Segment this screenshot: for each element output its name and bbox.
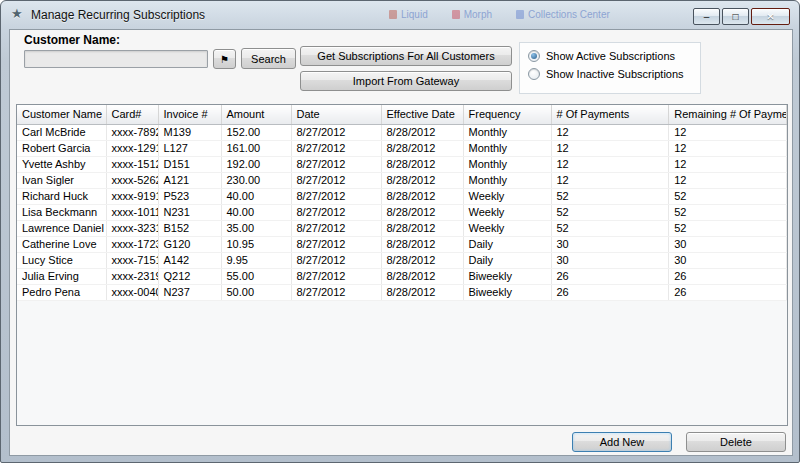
cell-remaining-payments[interactable]: 30	[669, 236, 787, 252]
cell-date[interactable]: 8/27/2012	[291, 204, 381, 220]
cell-amount[interactable]: 161.00	[221, 140, 291, 156]
cell-card-number[interactable]: xxxx-1512	[106, 156, 158, 172]
table-row[interactable]: Lawrence Daniel xxxx-3231 B152 35.00 8/2…	[17, 220, 787, 236]
cell-effective-date[interactable]: 8/28/2012	[381, 284, 463, 300]
cell-payments[interactable]: 12	[551, 140, 669, 156]
cell-date[interactable]: 8/27/2012	[291, 252, 381, 268]
cell-invoice[interactable]: N231	[158, 204, 221, 220]
cell-card-number[interactable]: xxxx-7892	[106, 124, 158, 140]
cell-frequency[interactable]: Monthly	[463, 172, 551, 188]
cell-customer-name[interactable]: Pedro Pena	[17, 284, 106, 300]
cell-effective-date[interactable]: 8/28/2012	[381, 156, 463, 172]
maximize-button[interactable]: □	[722, 8, 749, 25]
table-row[interactable]: Lucy Stice xxxx-7151 A142 9.95 8/27/2012…	[17, 252, 787, 268]
cell-date[interactable]: 8/27/2012	[291, 268, 381, 284]
table-row[interactable]: Carl McBride xxxx-7892 M139 152.00 8/27/…	[17, 124, 787, 140]
cell-payments[interactable]: 52	[551, 204, 669, 220]
cell-amount[interactable]: 35.00	[221, 220, 291, 236]
cell-customer-name[interactable]: Julia Erving	[17, 268, 106, 284]
titlebar[interactable]: ★ Manage Recurring Subscriptions Liquid …	[1, 1, 799, 29]
cell-amount[interactable]: 50.00	[221, 284, 291, 300]
get-all-subscriptions-button[interactable]: Get Subscriptions For All Customers	[300, 46, 512, 66]
cell-card-number[interactable]: xxxx-3231	[106, 220, 158, 236]
column-header[interactable]: # Of Payments	[551, 105, 669, 124]
cell-payments[interactable]: 12	[551, 156, 669, 172]
cell-amount[interactable]: 40.00	[221, 188, 291, 204]
cell-remaining-payments[interactable]: 30	[669, 252, 787, 268]
cell-frequency[interactable]: Biweekly	[463, 284, 551, 300]
column-header[interactable]: Card#	[106, 105, 158, 124]
cell-remaining-payments[interactable]: 26	[669, 284, 787, 300]
column-header[interactable]: Amount	[221, 105, 291, 124]
cell-frequency[interactable]: Biweekly	[463, 268, 551, 284]
search-button[interactable]: Search	[241, 48, 296, 69]
cell-date[interactable]: 8/27/2012	[291, 172, 381, 188]
cell-amount[interactable]: 10.95	[221, 236, 291, 252]
cell-invoice[interactable]: B152	[158, 220, 221, 236]
cell-frequency[interactable]: Weekly	[463, 220, 551, 236]
cell-payments[interactable]: 52	[551, 220, 669, 236]
cell-payments[interactable]: 30	[551, 252, 669, 268]
cell-card-number[interactable]: xxxx-2319	[106, 268, 158, 284]
delete-button[interactable]: Delete	[686, 432, 786, 452]
cell-card-number[interactable]: xxxx-9191	[106, 188, 158, 204]
cell-amount[interactable]: 55.00	[221, 268, 291, 284]
cell-amount[interactable]: 40.00	[221, 204, 291, 220]
close-button[interactable]: ✕	[751, 8, 790, 25]
cell-payments[interactable]: 26	[551, 268, 669, 284]
cell-customer-name[interactable]: Robert Garcia	[17, 140, 106, 156]
cell-remaining-payments[interactable]: 12	[669, 140, 787, 156]
cell-remaining-payments[interactable]: 52	[669, 204, 787, 220]
column-header[interactable]: Effective Date	[381, 105, 463, 124]
cell-effective-date[interactable]: 8/28/2012	[381, 124, 463, 140]
cell-remaining-payments[interactable]: 52	[669, 188, 787, 204]
cell-payments[interactable]: 12	[551, 124, 669, 140]
cell-customer-name[interactable]: Lucy Stice	[17, 252, 106, 268]
cell-invoice[interactable]: N237	[158, 284, 221, 300]
cell-card-number[interactable]: xxxx-1291	[106, 140, 158, 156]
radio-show-active[interactable]: Show Active Subscriptions	[528, 50, 692, 62]
add-new-button[interactable]: Add New	[572, 432, 672, 452]
cell-remaining-payments[interactable]: 12	[669, 124, 787, 140]
cell-customer-name[interactable]: Ivan Sigler	[17, 172, 106, 188]
cell-payments[interactable]: 30	[551, 236, 669, 252]
cell-remaining-payments[interactable]: 52	[669, 220, 787, 236]
table-row[interactable]: Yvette Ashby xxxx-1512 D151 192.00 8/27/…	[17, 156, 787, 172]
import-from-gateway-button[interactable]: Import From Gateway	[300, 71, 512, 91]
cell-card-number[interactable]: xxxx-1723	[106, 236, 158, 252]
cell-effective-date[interactable]: 8/28/2012	[381, 140, 463, 156]
cell-amount[interactable]: 9.95	[221, 252, 291, 268]
table-row[interactable]: Pedro Pena xxxx-0040 N237 50.00 8/27/201…	[17, 284, 787, 300]
cell-invoice[interactable]: Q212	[158, 268, 221, 284]
radio-show-inactive[interactable]: Show Inactive Subscriptions	[528, 68, 692, 80]
cell-remaining-payments[interactable]: 12	[669, 156, 787, 172]
cell-customer-name[interactable]: Richard Huck	[17, 188, 106, 204]
cell-invoice[interactable]: A142	[158, 252, 221, 268]
cell-customer-name[interactable]: Yvette Ashby	[17, 156, 106, 172]
cell-frequency[interactable]: Monthly	[463, 156, 551, 172]
cell-amount[interactable]: 230.00	[221, 172, 291, 188]
cell-invoice[interactable]: D151	[158, 156, 221, 172]
cell-frequency[interactable]: Daily	[463, 252, 551, 268]
cell-frequency[interactable]: Monthly	[463, 124, 551, 140]
cell-date[interactable]: 8/27/2012	[291, 284, 381, 300]
cell-date[interactable]: 8/27/2012	[291, 124, 381, 140]
cell-date[interactable]: 8/27/2012	[291, 188, 381, 204]
cell-date[interactable]: 8/27/2012	[291, 140, 381, 156]
cell-invoice[interactable]: G120	[158, 236, 221, 252]
table-row[interactable]: Lisa Beckmann xxxx-1011 N231 40.00 8/27/…	[17, 204, 787, 220]
table-row[interactable]: Julia Erving xxxx-2319 Q212 55.00 8/27/2…	[17, 268, 787, 284]
column-header[interactable]: Invoice #	[158, 105, 221, 124]
column-header[interactable]: Date	[291, 105, 381, 124]
cell-invoice[interactable]: P523	[158, 188, 221, 204]
cell-frequency[interactable]: Weekly	[463, 204, 551, 220]
cell-card-number[interactable]: xxxx-5262	[106, 172, 158, 188]
cell-date[interactable]: 8/27/2012	[291, 236, 381, 252]
cell-invoice[interactable]: L127	[158, 140, 221, 156]
cell-card-number[interactable]: xxxx-1011	[106, 204, 158, 220]
cell-effective-date[interactable]: 8/28/2012	[381, 268, 463, 284]
cell-invoice[interactable]: M139	[158, 124, 221, 140]
column-header[interactable]: Customer Name	[17, 105, 106, 124]
cell-effective-date[interactable]: 8/28/2012	[381, 236, 463, 252]
cell-payments[interactable]: 12	[551, 172, 669, 188]
